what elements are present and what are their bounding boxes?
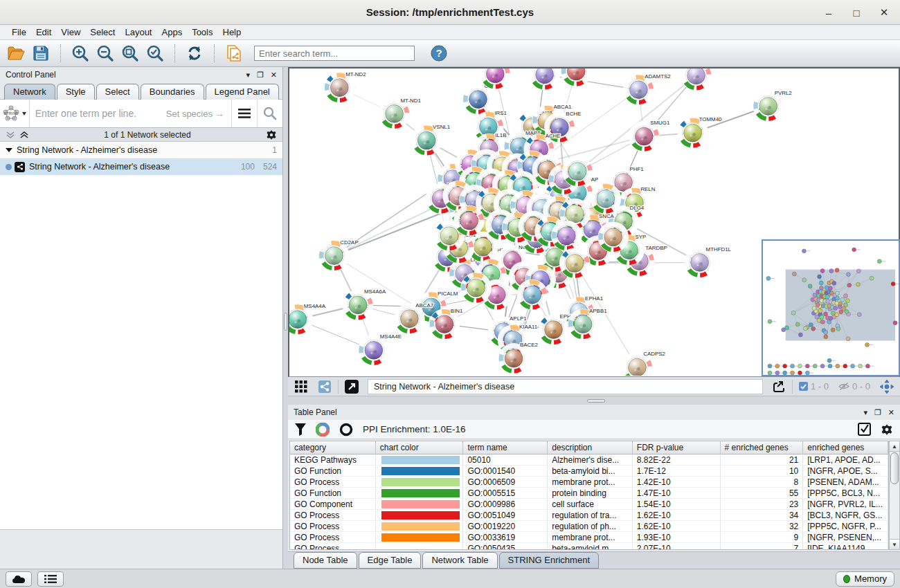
scroll-up-icon[interactable]: ▲ xyxy=(890,441,899,452)
ring-chart-icon[interactable] xyxy=(339,423,353,437)
menu-item-help[interactable]: Help xyxy=(218,26,246,39)
graph-node[interactable] xyxy=(562,156,593,187)
gear-icon[interactable] xyxy=(266,129,277,140)
scroll-down-icon[interactable]: ▼ xyxy=(890,539,899,549)
graph-node[interactable] xyxy=(530,68,560,90)
network-canvas[interactable]: MT-ND2MT-ND1VSNL1GAB2IRS1CHATABCA1BCHEIL… xyxy=(288,67,900,377)
tab-select[interactable]: Select xyxy=(96,84,139,100)
menu-item-layout[interactable]: Layout xyxy=(120,26,156,39)
export-network-icon[interactable] xyxy=(768,376,789,397)
cloud-icon[interactable] xyxy=(6,571,32,587)
string-query-input[interactable] xyxy=(30,108,166,119)
graph-node[interactable] xyxy=(591,184,621,214)
tab-legend-panel[interactable]: Legend Panel xyxy=(206,84,279,100)
network-collection-row[interactable]: String Network - Alzheimer's disease 1 xyxy=(0,142,282,158)
table-row[interactable]: GO ProcessGO:0050435beta-amyloid m...2.0… xyxy=(290,543,888,550)
share-network-icon[interactable] xyxy=(314,376,335,397)
tree-expand-icon[interactable] xyxy=(6,147,12,153)
graph-node[interactable]: MS4A6A xyxy=(343,288,386,320)
task-list-icon[interactable] xyxy=(37,571,64,587)
donut-chart-icon[interactable] xyxy=(316,423,330,437)
column-header-1[interactable]: chart color xyxy=(376,441,464,454)
table-row[interactable]: GO ComponentGO:0009986cell surface1.54E-… xyxy=(290,499,888,510)
graph-node[interactable] xyxy=(461,273,492,303)
menu-item-view[interactable]: View xyxy=(56,26,85,39)
fullscreen-icon[interactable] xyxy=(341,376,362,397)
zoom-fit-icon[interactable] xyxy=(120,43,141,64)
refresh-icon[interactable] xyxy=(184,43,205,64)
graph-node[interactable]: APBB1 xyxy=(568,308,607,340)
graph-node[interactable] xyxy=(454,205,485,236)
table-scrollbar[interactable]: ▲ ▼ xyxy=(889,441,900,550)
graph-node[interactable]: SMUG1 xyxy=(629,120,670,151)
graph-node[interactable] xyxy=(517,279,548,310)
menu-item-select[interactable]: Select xyxy=(85,26,120,39)
panel-close-icon[interactable]: ✕ xyxy=(888,408,894,417)
horizontal-splitter[interactable] xyxy=(288,396,900,405)
expand-all-icon[interactable] xyxy=(19,130,29,140)
table-row[interactable]: GO ProcessGO:0006509membrane prot...1.42… xyxy=(290,477,888,488)
gear-icon[interactable] xyxy=(881,423,893,436)
menu-item-file[interactable]: File xyxy=(7,26,31,39)
set-species-hint[interactable]: Set species → xyxy=(166,109,224,119)
column-header-0[interactable]: category xyxy=(290,441,376,454)
table-row[interactable]: GO FunctionGO:0005515protein binding1.47… xyxy=(290,488,888,499)
enrichment-table[interactable]: categorychart colorterm namedescriptionF… xyxy=(289,441,889,550)
maximize-button[interactable]: □ xyxy=(847,3,865,21)
string-options-icon[interactable] xyxy=(231,100,257,127)
graph-node[interactable]: MTHFD1L xyxy=(685,246,732,278)
select-columns-icon[interactable] xyxy=(858,423,871,436)
vertical-splitter[interactable] xyxy=(283,67,288,569)
graph-node[interactable]: TOMM40 xyxy=(678,116,722,148)
network-from-file-icon[interactable] xyxy=(224,43,244,64)
graph-node[interactable] xyxy=(559,248,590,279)
zoom-out-icon[interactable] xyxy=(95,43,116,64)
table-row[interactable]: GO FunctionGO:0001540beta-amyloid bi...1… xyxy=(290,466,888,477)
filter-icon[interactable] xyxy=(295,423,306,436)
tab-string-enrichment[interactable]: STRING Enrichment xyxy=(499,552,599,569)
search-input[interactable] xyxy=(254,46,415,61)
minimize-button[interactable]: – xyxy=(820,3,838,21)
column-header-5[interactable]: # enriched genes xyxy=(721,441,804,454)
collapse-all-icon[interactable] xyxy=(6,130,15,140)
table-row[interactable]: GO ProcessGO:0019220regulation of ph...1… xyxy=(290,521,888,532)
string-search-icon[interactable] xyxy=(257,100,282,127)
help-icon[interactable]: ? xyxy=(429,43,449,64)
column-header-6[interactable]: enriched genes xyxy=(803,441,888,454)
panel-close-icon[interactable]: ✕ xyxy=(271,71,277,80)
menu-item-edit[interactable]: Edit xyxy=(31,26,56,39)
graph-node[interactable] xyxy=(598,222,629,252)
graph-node[interactable]: CD2AP xyxy=(319,239,359,271)
panel-float-icon[interactable]: ❐ xyxy=(257,71,264,80)
birds-eye-view[interactable] xyxy=(762,239,900,376)
panel-menu-icon[interactable]: ▾ xyxy=(246,71,250,80)
grid-view-icon[interactable] xyxy=(291,376,312,397)
graph-node[interactable] xyxy=(561,68,591,86)
graph-node[interactable]: MT-ND1 xyxy=(379,98,422,129)
graph-node[interactable]: ADAMTS2 xyxy=(624,73,671,105)
open-file-icon[interactable] xyxy=(6,43,26,64)
tab-boundaries[interactable]: Boundaries xyxy=(141,84,204,100)
close-button[interactable]: ✕ xyxy=(875,3,893,21)
save-session-icon[interactable] xyxy=(30,43,51,64)
column-header-3[interactable]: description xyxy=(548,441,633,454)
network-row-selected[interactable]: String Network - Alzheimer's disease 100… xyxy=(0,158,282,175)
graph-node[interactable]: CADPS2 xyxy=(622,351,665,376)
column-header-4[interactable]: FDR p-value xyxy=(633,441,721,454)
table-row[interactable]: GO ProcessGO:0051049regulation of tra...… xyxy=(290,510,888,521)
string-logo-icon[interactable]: STRING xyxy=(0,100,30,127)
panel-menu-icon[interactable]: ▾ xyxy=(863,408,867,417)
table-row[interactable]: KEGG Pathways05010Alzheimer's dise...8.8… xyxy=(290,454,888,466)
network-title-field[interactable]: String Network - Alzheimer's disease xyxy=(368,379,763,394)
graph-node[interactable] xyxy=(552,221,582,251)
table-row[interactable]: GO ProcessGO:0033619membrane prot...1.93… xyxy=(290,532,888,543)
graph-node[interactable]: MS4A4A xyxy=(289,303,326,335)
tab-edge-table[interactable]: Edge Table xyxy=(359,552,422,569)
column-header-2[interactable]: term name xyxy=(463,441,548,454)
memory-button[interactable]: Memory xyxy=(836,571,894,587)
tab-network-table[interactable]: Network Table xyxy=(422,552,497,569)
tab-network[interactable]: Network xyxy=(4,84,55,100)
graph-node[interactable]: MT-ND2 xyxy=(325,71,366,103)
graph-node[interactable]: MS4A4E xyxy=(359,333,402,365)
scrollbar-thumb[interactable] xyxy=(890,452,899,484)
